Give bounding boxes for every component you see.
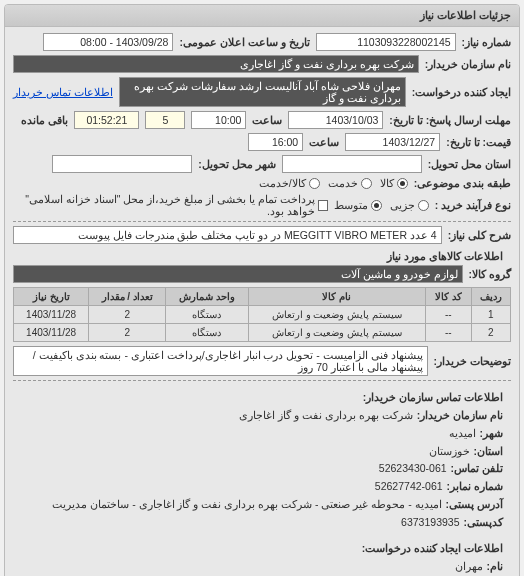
col-unit: واحد شمارش [166, 288, 249, 306]
items-table: ردیف کد کالا نام کالا واحد شمارش تعداد /… [13, 287, 511, 342]
col-code: کد کالا [425, 288, 471, 306]
deadline-label: مهلت ارسال پاسخ: تا تاریخ: [389, 114, 511, 126]
radio-medium[interactable]: متوسط [334, 199, 382, 211]
category-label: طبقه بندی موضوعی: [414, 177, 511, 189]
requester-value: مهران فلاحی شاه آباد آنالیست ارشد سفارشا… [119, 77, 406, 107]
radio-goods[interactable]: کالا [380, 177, 408, 189]
remaining-days: 5 [145, 111, 185, 129]
valid-until-date[interactable]: 1403/12/27 [345, 133, 440, 151]
radio-off-icon [418, 200, 429, 211]
delivery-province-label: استان محل تحویل: [428, 158, 511, 170]
checkbox-icon [318, 200, 328, 211]
goods-group-label: گروه کالا: [469, 268, 511, 280]
need-summary-value: 4 عدد MEGGITT VIBRO METER در دو تایپ مخت… [13, 226, 442, 244]
need-detail-panel: جزئیات اطلاعات نیاز شماره نیاز: 11030932… [4, 4, 520, 576]
col-row: ردیف [471, 288, 510, 306]
category-group: کالا خدمت کالا/خدمت [259, 177, 408, 189]
buyer-name-value: شرکت بهره برداری نفت و گاز اغاجاری [13, 55, 419, 73]
process-type-group: جزیی متوسط [334, 199, 429, 211]
buyer-contact-title: اطلاعات تماس سازمان خریدار: [21, 389, 503, 407]
process-type-label: نوع فرآیند خرید : [435, 199, 511, 211]
buyer-name-label: نام سازمان خریدار: [425, 58, 511, 70]
deadline-time[interactable]: 10:00 [191, 111, 246, 129]
delivery-city-label: شهر محل تحویل: [198, 158, 275, 170]
valid-until-time[interactable]: 16:00 [248, 133, 303, 151]
radio-goods-service[interactable]: کالا/خدمت [259, 177, 320, 189]
buyer-notes-label: توضیحات خریدار: [434, 355, 511, 367]
delivery-province-value [282, 155, 422, 173]
panel-title: جزئیات اطلاعات نیاز [5, 5, 519, 27]
need-no-value: 1103093228002145 [316, 33, 456, 51]
public-notice-value: 1403/09/28 - 08:00 [43, 33, 173, 51]
radio-partial[interactable]: جزیی [390, 199, 429, 211]
deadline-date[interactable]: 1403/10/03 [288, 111, 383, 129]
radio-off-icon [361, 178, 372, 189]
col-qty: تعداد / مقدار [89, 288, 166, 306]
buyer-notes-value: پیشنهاد فنی الزامیست - تحویل درب انبار ا… [13, 346, 428, 376]
goods-group-value: لوازم خودرو و ماشین آلات [13, 265, 463, 283]
col-name: نام کالا [248, 288, 425, 306]
table-row[interactable]: 1 -- سیستم پایش وضعیت و ارتعاش دستگاه 2 … [14, 306, 511, 324]
requester-label: ایجاد کننده درخواست: [412, 86, 511, 98]
radio-on-icon [371, 200, 382, 211]
need-no-label: شماره نیاز: [462, 36, 511, 48]
buyer-contact-button[interactable]: اطلاعات تماس خریدار [13, 86, 113, 98]
valid-until-label: قیمت: تا تاریخ: [446, 136, 511, 148]
table-row[interactable]: 2 -- سیستم پایش وضعیت و ارتعاش دستگاه 2 … [14, 324, 511, 342]
need-summary-label: شرح کلی نیاز: [448, 229, 511, 241]
requester-contact-block: اطلاعات ایجاد کننده درخواست: نام:مهران ن… [13, 536, 511, 576]
remaining-time: 01:52:21 [74, 111, 139, 129]
radio-on-icon [397, 178, 408, 189]
deadline-time-label: ساعت [252, 114, 282, 126]
payment-check[interactable]: پرداخت تمام یا بخشی از مبلغ خرید،از محل … [13, 193, 328, 217]
col-date: تاریخ نیاز [14, 288, 89, 306]
public-notice-label: تاریخ و ساعت اعلان عمومی: [179, 36, 309, 48]
radio-off-icon [309, 178, 320, 189]
buyer-contact-block: اطلاعات تماس سازمان خریدار: نام سازمان خ… [13, 385, 511, 536]
radio-service[interactable]: خدمت [328, 177, 372, 189]
delivery-city-value [52, 155, 192, 173]
requester-contact-title: اطلاعات ایجاد کننده درخواست: [21, 540, 503, 558]
remaining-label: باقی مانده [21, 114, 68, 126]
valid-until-time-label: ساعت [309, 136, 339, 148]
need-items-title: اطلاعات کالاهای مورد نیاز [21, 250, 503, 263]
